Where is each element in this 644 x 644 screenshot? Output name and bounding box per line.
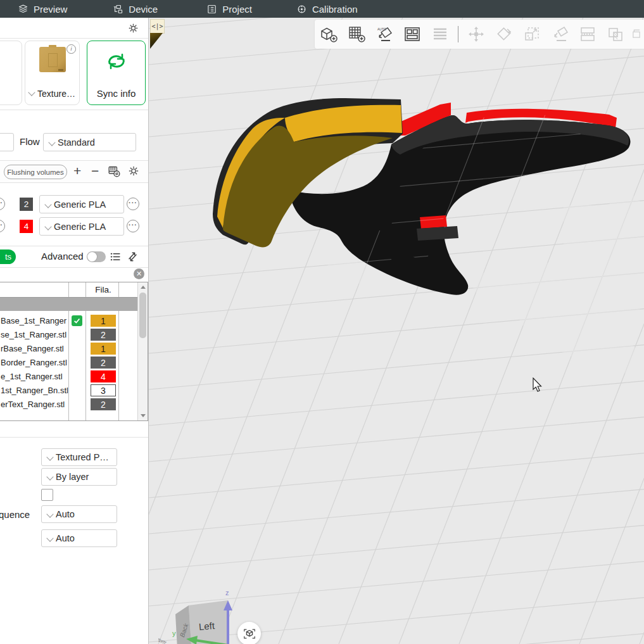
table-row[interactable]: 1st_Ranger_Bn.stl 3 (0, 384, 138, 398)
svg-text:AUTO: AUTO (377, 27, 386, 31)
advanced-row: ts Advanced (0, 246, 148, 268)
filament-dropdown[interactable]: Generic PLA (39, 217, 124, 236)
plate-type-dropdown[interactable]: Textured P… (41, 448, 117, 466)
filament-edit-icon[interactable]: ··· (0, 220, 5, 232)
tab-calibration[interactable]: Calibration (290, 0, 364, 18)
nav-cube-bottom-label: Bottom (158, 635, 169, 644)
view-mode-button[interactable] (237, 622, 261, 644)
table-scrollbar[interactable] (137, 282, 148, 420)
chevron-down-icon (44, 223, 51, 230)
fila-column-header: Fila. (91, 285, 116, 294)
table-row[interactable]: rBase_Ranger.stl 1 (0, 342, 138, 356)
layers-icon (18, 4, 28, 15)
add-plate-icon[interactable] (343, 23, 370, 46)
filament-badge[interactable]: 2 (91, 329, 116, 341)
table-row[interactable]: erText_Ranger.stl 2 (0, 398, 138, 412)
filament-dropdown[interactable]: Generic PLA (39, 195, 124, 213)
left-sidebar: i Texture… Sync info Flow Standard Flush… (0, 18, 149, 644)
device-icon (113, 4, 123, 15)
print-sequence-label: quence (0, 509, 30, 520)
orbit-cube-icon (243, 627, 256, 641)
remove-filament-button[interactable]: − (91, 165, 99, 177)
sync-icon (104, 51, 129, 75)
add-object-icon[interactable] (315, 23, 343, 46)
table-row[interactable]: e_1st_Ranger.stl 4 (0, 370, 138, 384)
filament-badge[interactable]: 4 (91, 370, 116, 382)
merge-icon[interactable] (602, 23, 629, 46)
tab-label: Calibration (312, 4, 358, 15)
flushing-gear-icon[interactable] (128, 165, 139, 177)
checkbox-checked-icon[interactable] (72, 315, 82, 326)
tab-project[interactable]: Project (200, 0, 258, 18)
scale-icon[interactable] (518, 23, 546, 46)
plate-type-card[interactable]: i Texture… (25, 41, 80, 105)
table-group-row[interactable] (0, 298, 138, 311)
table-row[interactable]: Base_1st_Ranger 1 (0, 314, 138, 328)
tab-preview[interactable]: Preview (11, 0, 73, 18)
tab-device[interactable]: Device (106, 0, 164, 18)
compare-params-icon[interactable] (127, 251, 139, 265)
top-tab-bar: Preview Device Project Calibration (0, 0, 644, 18)
calibration-icon (296, 4, 307, 15)
chevron-down-icon (44, 201, 51, 208)
flow-dropdown[interactable]: Standard (43, 133, 136, 151)
chevron-down-icon (48, 139, 55, 146)
print-sequence-dropdown[interactable]: Auto (41, 505, 117, 523)
slicing-mode-dropdown[interactable]: By layer (41, 468, 117, 486)
filament-edit-icon[interactable]: ··· (0, 198, 5, 210)
print-order-dropdown[interactable]: Auto (41, 529, 117, 547)
flow-value-input[interactable] (0, 133, 14, 151)
auto-orient-icon[interactable]: AUTO (370, 23, 398, 46)
table-row[interactable]: se_1st_Ranger.stl 2 (0, 328, 138, 342)
split-objects-icon[interactable] (426, 23, 454, 46)
clipped-edge-icon[interactable] (629, 23, 643, 46)
filament-badge[interactable]: 1 (91, 343, 116, 355)
close-table-icon[interactable]: ✕ (134, 268, 144, 279)
flushing-volumes-button[interactable]: Flushing volumes (4, 165, 67, 179)
tab-label: Device (129, 4, 158, 15)
option-checkbox[interactable] (41, 489, 53, 501)
printer-settings-gear-icon[interactable] (128, 23, 139, 34)
split-icon[interactable] (574, 23, 602, 46)
filament-badge[interactable]: 3 (91, 384, 116, 396)
sidebar-topbar (0, 18, 148, 39)
filament-edit-icon[interactable]: ··· (127, 220, 139, 232)
sync-info-card[interactable]: Sync info (87, 41, 146, 105)
objects-tab-pill[interactable]: ts (0, 249, 16, 264)
move-icon[interactable] (462, 23, 490, 46)
add-filament-button[interactable]: + (73, 165, 81, 177)
lay-flat-icon[interactable] (546, 23, 574, 46)
filament-edit-icon[interactable]: ··· (127, 198, 139, 210)
tab-label: Preview (34, 4, 67, 15)
sync-info-label: Sync info (87, 88, 145, 99)
parameter-list-icon[interactable] (110, 251, 122, 265)
toolbar-divider (458, 26, 458, 42)
table-row[interactable]: Border_Ranger.stl 2 (0, 356, 138, 370)
scroll-up-icon[interactable] (141, 286, 146, 289)
filament-badge[interactable]: 2 (91, 398, 116, 410)
tab-label: Project (222, 4, 252, 15)
filament-id-swatch[interactable]: 2 (20, 198, 33, 211)
sidebar-collapse-handle[interactable]: <|> (150, 19, 165, 34)
advanced-toggle[interactable] (87, 251, 106, 262)
chevron-down-icon (46, 534, 53, 541)
ams-sync-icon[interactable] (108, 165, 121, 180)
scrollbar-thumb[interactable] (139, 293, 146, 338)
nav-cube-front-label: Left (198, 620, 215, 632)
3d-viewport[interactable]: AUTO (149, 18, 644, 644)
chevron-down-icon (46, 453, 53, 460)
nav-cube[interactable]: Left Back Bottom z y (158, 569, 241, 644)
filament-id-swatch[interactable]: 4 (20, 220, 33, 233)
arrange-icon[interactable] (398, 23, 426, 46)
y-axis-label: y (172, 629, 176, 637)
scroll-down-icon[interactable] (141, 414, 146, 417)
info-icon[interactable]: i (66, 44, 76, 54)
rotate-icon[interactable] (490, 23, 518, 46)
filament-badge[interactable]: 1 (91, 315, 116, 327)
filament-badge[interactable]: 2 (91, 357, 116, 369)
plate-card-partial[interactable] (0, 41, 22, 105)
plate-type-label: Texture… (25, 89, 79, 99)
flow-label: Flow (20, 136, 40, 147)
mouse-cursor (532, 377, 543, 393)
build-plate-scene (149, 18, 644, 644)
